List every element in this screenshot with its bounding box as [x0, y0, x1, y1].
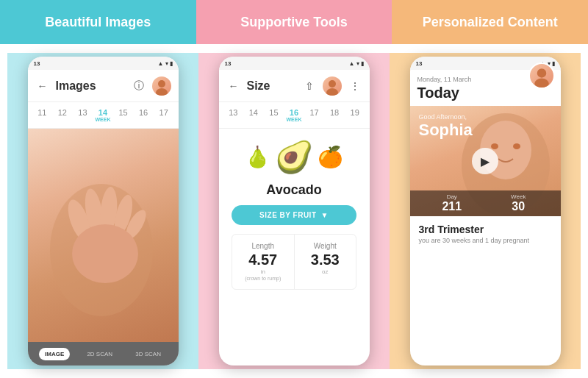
signal-icon-2: ▲ — [349, 60, 355, 67]
battery-icon: ▮ — [170, 60, 173, 67]
svg-point-11 — [537, 70, 545, 78]
week-13[interactable]: 13W — [74, 108, 90, 122]
wifi-icon: ▾ — [165, 60, 168, 67]
length-value: 4.57 — [240, 252, 287, 268]
play-button[interactable]: ▶ — [472, 148, 498, 174]
size-by-fruit-button[interactable]: SIZE BY FRUIT ▼ — [232, 205, 356, 225]
greeting-overlay: Good Afternoon, Sophia — [419, 113, 473, 140]
week-15[interactable]: 15W — [115, 108, 132, 122]
header-supportive-tools: Supportive Tools — [196, 0, 392, 44]
weight-unit: oz — [302, 268, 349, 275]
day-stat-value: 211 — [419, 200, 486, 213]
dropdown-icon: ▼ — [321, 211, 329, 219]
stats-row: Day 211 Week 30 — [410, 190, 561, 216]
week2-18[interactable]: 18W — [326, 108, 343, 122]
fruit-left: 🍐 — [245, 145, 270, 169]
header-title-2: Supportive Tools — [240, 15, 348, 30]
status-icons-2: ▲ ▾ ▮ — [349, 60, 364, 67]
week-12[interactable]: 12W — [54, 108, 71, 122]
wifi-icon-2: ▾ — [356, 60, 359, 67]
svg-point-0 — [158, 80, 165, 88]
screen3-wrapper: 13 ▲ ▾ ▮ Monday, 11 March Today — [390, 53, 581, 369]
weight-value: 3.53 — [302, 252, 349, 268]
length-label: Length — [240, 242, 287, 250]
week-16[interactable]: 16W — [135, 108, 151, 122]
fetus-image-area — [28, 129, 179, 342]
status-icons-1: ▲ ▾ ▮ — [158, 60, 173, 67]
day-stat: Day 211 — [419, 193, 486, 213]
week-11[interactable]: 11W — [34, 108, 50, 122]
scan-tab-2d[interactable]: 2D SCAN — [81, 348, 118, 360]
fruit-right: 🍊 — [318, 145, 343, 169]
battery-icon-3: ▮ — [552, 60, 555, 67]
weight-col: Weight 3.53 oz — [295, 235, 356, 289]
week-selector-2[interactable]: 13W 14W 15W 16WEEK 17W 18W 19W — [219, 102, 370, 129]
personal-content: Monday, 11 March Today — [410, 70, 561, 365]
week-17[interactable]: 17W — [156, 108, 172, 122]
week2-13[interactable]: 13W — [225, 108, 241, 122]
avatar-1[interactable] — [152, 76, 171, 96]
avatar-3[interactable] — [528, 70, 555, 89]
trimester-section: 3rd Trimester you are 30 weeks and 1 day… — [410, 216, 561, 252]
svg-point-9 — [329, 80, 336, 88]
status-bar-1: 13 ▲ ▾ ▮ — [28, 57, 179, 70]
battery-icon-2: ▮ — [361, 60, 364, 67]
greeting-text: Good Afternoon, — [419, 113, 473, 121]
svg-point-12 — [534, 79, 549, 89]
length-unit: in(crown to rump) — [240, 268, 287, 282]
avatar-2[interactable] — [323, 76, 342, 96]
status-time-3: 13 — [416, 60, 423, 67]
status-bar-2: 13 ▲ ▾ ▮ — [219, 57, 370, 70]
header-title-3: Personalized Content — [423, 15, 558, 30]
back-button-1[interactable]: ← — [35, 79, 50, 93]
svg-point-15 — [491, 143, 498, 149]
signal-icon: ▲ — [158, 60, 164, 67]
week2-16-active[interactable]: 16WEEK — [286, 108, 302, 122]
header-beautiful-images: Beautiful Images — [0, 0, 196, 44]
scan-tabs: IMAGE 2D SCAN 3D SCAN — [28, 342, 179, 365]
svg-point-1 — [156, 88, 168, 96]
week-stat: Week 30 — [485, 193, 552, 213]
size-title: Size — [247, 79, 296, 93]
user-name: Sophia — [419, 121, 473, 140]
scan-tab-image[interactable]: IMAGE — [39, 348, 70, 360]
back-button-2[interactable]: ← — [226, 79, 241, 93]
more-icon[interactable]: ⋮ — [348, 79, 362, 93]
fruit-center: 🥑 — [275, 139, 313, 175]
size-content: 🍐 🥑 🍊 Avocado SIZE BY FRUIT ▼ Length 4.5… — [219, 129, 370, 365]
status-time-2: 13 — [225, 60, 232, 67]
phone-images: 13 ▲ ▾ ▮ ← Images ⓘ 11W — [28, 57, 179, 365]
week2-19[interactable]: 19W — [347, 108, 363, 122]
week2-17[interactable]: 17W — [306, 108, 323, 122]
week-stat-label: Week — [485, 193, 552, 200]
svg-point-8 — [72, 224, 138, 283]
status-time-1: 13 — [34, 60, 40, 67]
header-personalized-content: Personalized Content — [392, 0, 588, 44]
video-section: Good Afternoon, Sophia ▶ Day 211 Week 30 — [410, 106, 561, 216]
screen2-wrapper: 13 ▲ ▾ ▮ ← Size ⇧ ⋮ — [198, 53, 390, 369]
length-col: Length 4.57 in(crown to rump) — [232, 235, 295, 289]
week-14-active[interactable]: 14WEEK — [95, 108, 111, 122]
fruit-name: Avocado — [266, 182, 321, 198]
week-selector-1[interactable]: 11W 12W 13W 14WEEK 15W 16W 17W — [28, 102, 179, 129]
fetus-background — [28, 129, 179, 342]
weight-label: Weight — [302, 242, 349, 250]
week2-14[interactable]: 14W — [245, 108, 262, 122]
trimester-title: 3rd Trimester — [419, 224, 552, 235]
day-stat-label: Day — [419, 193, 486, 200]
info-icon-1[interactable]: ⓘ — [132, 79, 146, 93]
trimester-subtitle: you are 30 weeks and 1 day pregnant — [419, 237, 552, 244]
header-title-1: Beautiful Images — [45, 15, 151, 30]
app-bar-images: ← Images ⓘ — [28, 70, 179, 102]
screen1-wrapper: 13 ▲ ▾ ▮ ← Images ⓘ 11W — [7, 53, 198, 369]
app-bar-size: ← Size ⇧ ⋮ — [219, 70, 370, 102]
week-stat-value: 30 — [485, 200, 552, 213]
svg-point-10 — [326, 88, 338, 96]
images-title: Images — [56, 79, 126, 93]
week2-15[interactable]: 15W — [265, 108, 282, 122]
fruits-row: 🍐 🥑 🍊 — [245, 139, 343, 175]
today-label: Today — [417, 85, 459, 101]
share-icon[interactable]: ⇧ — [302, 79, 317, 93]
svg-point-16 — [513, 143, 520, 149]
scan-tab-3d[interactable]: 3D SCAN — [129, 348, 167, 360]
